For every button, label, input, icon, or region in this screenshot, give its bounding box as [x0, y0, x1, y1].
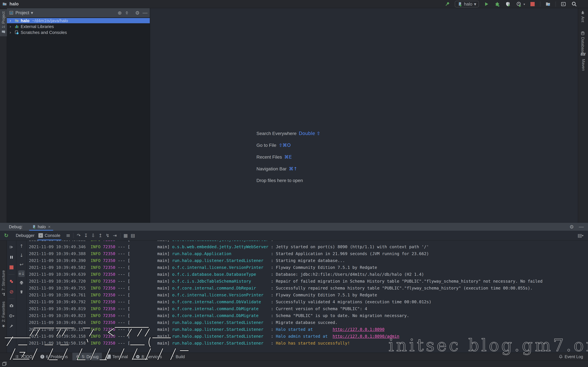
close-icon[interactable]: × [48, 224, 51, 229]
tool-window-switcher-icon[interactable] [2, 361, 7, 366]
options-menu-icon[interactable]: ≡ [65, 232, 71, 239]
log-seg-plain: : [271, 341, 276, 346]
log-seg-plain: --- [ [115, 286, 130, 291]
clear-all-icon[interactable] [18, 289, 25, 295]
log-pid: 72350 [103, 306, 115, 311]
up-stack-icon[interactable]: ↑ [18, 243, 25, 249]
chevron-right-icon[interactable]: › [9, 30, 13, 35]
soft-wrap-icon[interactable]: ↩ [18, 261, 25, 268]
chevron-right-icon[interactable]: › [9, 18, 13, 23]
step-into-icon[interactable]: ↧ [82, 233, 90, 238]
build-hammer-icon[interactable] [444, 1, 450, 7]
gear-icon[interactable]: ⚙ [570, 224, 574, 230]
services-icon [136, 355, 140, 359]
profiler-dropdown-icon[interactable]: ▾ [524, 2, 525, 6]
pin-icon[interactable] [8, 323, 15, 329]
log-timestamp: 2021-11-09 10:39:49.332 [29, 241, 86, 242]
log-seg-plain: --- [ [115, 300, 130, 304]
scroll-to-end-icon[interactable]: ≡↓ [18, 270, 25, 277]
sidebar-tab-ant[interactable]: Ant [580, 10, 585, 22]
stop-button[interactable] [529, 1, 536, 7]
log-timestamp: 2021-11-09 10:39:49.720 [29, 279, 86, 284]
shortcut-keys: ⌘E [284, 154, 292, 160]
log-timestamp: 2021-11-09 10:39:49.761 [29, 293, 86, 297]
toolwindow-tab-services[interactable]: 8: Services [132, 353, 165, 361]
log-seg-plain [101, 320, 103, 325]
log-message: Repair of failed migration in Schema His… [276, 279, 543, 284]
chevron-down-icon[interactable]: ▼ [31, 11, 33, 15]
debug-settings-gear-icon[interactable]: ⚙▾ [8, 313, 15, 319]
project-view-icon[interactable] [9, 11, 13, 15]
sidebar-tab-database[interactable]: Database [580, 31, 585, 54]
profiler-button[interactable] [516, 1, 522, 7]
toolwindow-tab-build[interactable]: Build [166, 353, 188, 361]
resume-icon[interactable] [8, 244, 15, 250]
thread-dump-camera-icon[interactable] [8, 302, 15, 309]
print-icon[interactable] [18, 280, 25, 286]
tab-debugger[interactable]: Debugger [14, 231, 36, 240]
log-thread: main [130, 299, 167, 305]
drop-frame-icon[interactable]: ↯ [104, 233, 111, 238]
debug-toolbar: ↻ Debugger›Console ≡ ↷ ↧ ⇩ ↥ ↯ ⇥ ▦ ▤ ▤▾ [0, 231, 588, 241]
search-everywhere-icon[interactable] [571, 1, 578, 7]
log-seg-plain: : [271, 272, 276, 277]
sidebar-tab-project[interactable]: 1: Project [0, 9, 7, 36]
hide-panel-icon[interactable]: — [143, 10, 147, 16]
gear-icon[interactable]: ⚙ [135, 10, 140, 16]
console-output[interactable]: 2021-11-09 10:39:49.332 INFO 72350 --- [… [26, 241, 588, 353]
layout-settings-icon[interactable]: ▤▾ [578, 233, 583, 238]
log-level: INFO [86, 327, 100, 332]
force-step-into-icon[interactable]: ⇩ [90, 233, 97, 238]
coverage-button[interactable] [505, 1, 511, 7]
log-message: Flyway Community Edition 7.5.1 by Redgat… [276, 265, 377, 270]
tree-item-path: ~/d4m1ts/java/halo [32, 18, 68, 23]
toolwindow-tab-label: 6: Problems [46, 354, 68, 359]
log-thread: main [130, 264, 167, 271]
restore-layout-icon[interactable]: ▤ [129, 233, 137, 238]
todo-icon [15, 355, 19, 359]
run-configuration-select[interactable]: halo ▼ [455, 1, 479, 7]
run-button[interactable] [483, 1, 490, 7]
run-anything-window-icon[interactable] [560, 1, 567, 7]
tree-row[interactable]: ›Scratches and Consoles [7, 30, 150, 35]
rerun-icon[interactable]: ↻ [3, 232, 9, 239]
collapse-all-icon[interactable] [125, 11, 129, 15]
tree-row[interactable]: ›halo~/d4m1ts/java/halo [7, 18, 150, 23]
down-stack-icon[interactable]: ↓ [18, 252, 25, 259]
sidebar-tab-favorites[interactable]: ★ 2: Favorites [0, 301, 7, 328]
log-link[interactable]: http://127.0.0.1:8090 [333, 327, 384, 332]
debug-session-tab[interactable]: halo × [29, 223, 53, 231]
project-files-icon[interactable] [545, 1, 551, 7]
log-line: 2021-11-09 10:39:49.824 INFO 72350 --- [… [29, 319, 588, 326]
toolwindow-tab-debug[interactable]: 5: Debug [72, 353, 102, 361]
toolwindow-tab-problems[interactable]: !6: Problems [37, 353, 71, 361]
chevron-right-icon[interactable]: › [9, 24, 13, 29]
evaluate-expression-icon[interactable]: ▦ [122, 233, 129, 238]
toolwindow-tab-todo[interactable]: TODO [11, 353, 36, 361]
sidebar-tab-structure[interactable]: 7: Structure [0, 270, 7, 296]
sidebar-tab-maven[interactable]: m Maven [580, 52, 586, 71]
log-link[interactable]: http://127.0.0.1:8090/admin [333, 334, 399, 339]
mute-breakpoints-icon[interactable]: ⊘ [8, 288, 15, 295]
run-to-cursor-icon[interactable]: ⇥ [111, 233, 119, 238]
hide-panel-icon[interactable]: — [579, 224, 584, 230]
log-seg-plain [101, 300, 103, 304]
log-pid: 72350 [103, 334, 115, 339]
event-log-button[interactable]: Event Log [559, 354, 583, 359]
pause-icon[interactable] [8, 254, 15, 260]
tree-row[interactable]: ›External Libraries [7, 24, 150, 29]
toolwindow-tab-terminal[interactable]: ›_Terminal [103, 353, 131, 361]
debugger-console-tabs: Debugger›Console [14, 231, 62, 240]
toolbar-separator [120, 233, 121, 238]
project-view-title[interactable]: Project [15, 10, 29, 15]
locate-file-icon[interactable]: ⊕ [118, 10, 122, 16]
log-seg-plain [101, 279, 103, 284]
tab-console[interactable]: ›Console [36, 231, 62, 240]
step-over-icon[interactable]: ↷ [75, 233, 82, 238]
view-breakpoints-icon[interactable] [8, 278, 15, 285]
log-timestamp: 2021-11-09 10:39:49.388 [29, 251, 86, 256]
debug-button[interactable] [494, 1, 501, 7]
step-out-icon[interactable]: ↥ [97, 233, 104, 238]
stripe-label: Ant [580, 17, 585, 22]
stop-icon[interactable] [8, 264, 15, 271]
